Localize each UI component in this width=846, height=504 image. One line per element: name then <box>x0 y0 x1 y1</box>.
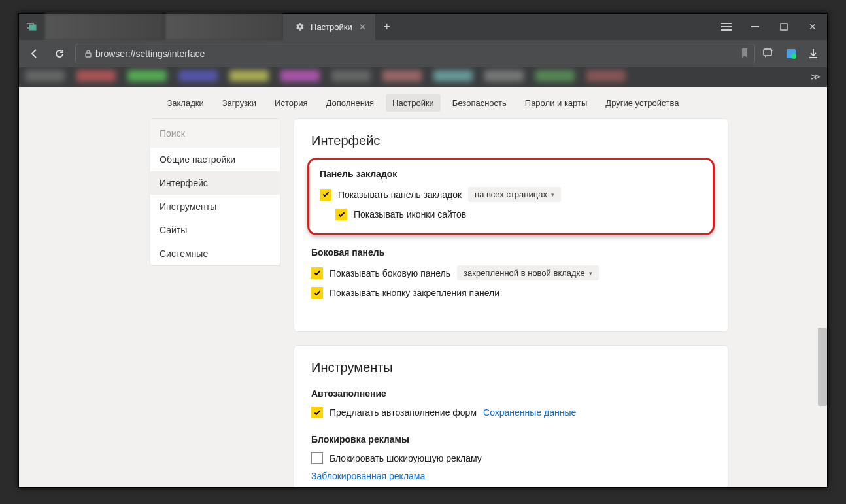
sidebar-item-system[interactable]: Системные <box>150 242 280 265</box>
dropdown-bookmarks-where[interactable]: на всех страницах ▾ <box>468 187 561 202</box>
label-show-side-panel: Показывать боковую панель <box>330 268 450 278</box>
checkbox-suggest-autofill[interactable] <box>311 407 323 418</box>
checkbox-show-bookmarks-panel[interactable] <box>320 189 331 201</box>
sidebar-item-general[interactable]: Общие настройки <box>150 148 280 171</box>
content-area: Закладки Загрузки История Дополнения Нас… <box>19 87 827 487</box>
settings-main: Поиск Общие настройки Интерфейс Инструме… <box>19 118 827 487</box>
back-button[interactable] <box>25 44 44 63</box>
topnav-settings[interactable]: Настройки <box>386 94 441 112</box>
gear-icon <box>294 20 307 33</box>
label-block-shocking: Блокировать шокирующую рекламу <box>330 453 482 463</box>
group-autofill: Автозаполнение Предлагать автозаполнение… <box>311 388 711 418</box>
group-adblock: Блокировка рекламы Блокировать шокирующу… <box>311 434 711 481</box>
checkbox-show-side-panel[interactable] <box>311 267 323 279</box>
checkbox-show-site-icons[interactable] <box>335 209 347 220</box>
settings-panels: Интерфейс Панель закладок Показывать пан… <box>294 118 728 487</box>
label-show-bookmarks-panel: Показывать панель закладок <box>338 190 462 200</box>
bookmarks-panel-heading: Панель закладок <box>320 169 702 179</box>
highlight-bookmarks-panel: Панель закладок Показывать панель заклад… <box>307 158 715 235</box>
svg-rect-3 <box>721 26 732 27</box>
close-button[interactable]: ✕ <box>798 14 827 40</box>
label-suggest-autofill: Предлагать автозаполнение форм <box>330 407 477 418</box>
topnav-security[interactable]: Безопасность <box>446 94 513 112</box>
sidebar-item-tools[interactable]: Инструменты <box>150 195 280 218</box>
scrollbar-thumb[interactable] <box>818 328 827 406</box>
topnav-passwords[interactable]: Пароли и карты <box>518 94 594 112</box>
address-bar[interactable]: browser://settings/interface <box>75 44 755 63</box>
panel-interface: Интерфейс Панель закладок Показывать пан… <box>294 118 728 332</box>
toolbar-right: + <box>762 46 821 61</box>
browser-window: Настройки ✕ + ✕ browse <box>18 13 828 488</box>
bookmarks-overflow-icon[interactable]: ≫ <box>811 71 821 82</box>
svg-rect-5 <box>751 26 759 27</box>
panel-interface-title: Интерфейс <box>311 133 711 148</box>
svg-rect-7 <box>86 53 91 57</box>
chevron-down-icon: ▾ <box>589 270 592 277</box>
adblock-heading: Блокировка рекламы <box>311 434 711 445</box>
tab-settings[interactable]: Настройки ✕ <box>283 14 375 40</box>
row-block-shocking: Блокировать шокирующую рекламу <box>311 452 711 464</box>
row-show-bookmarks-panel: Показывать панель закладок на всех стран… <box>320 187 702 202</box>
row-show-pin-button: Показывать кнопку закрепления панели <box>311 287 711 299</box>
search-placeholder: Поиск <box>160 128 185 139</box>
sidebar-search[interactable]: Поиск <box>150 119 280 148</box>
sidebar-item-sites[interactable]: Сайты <box>150 218 280 242</box>
menu-icon[interactable] <box>712 14 741 40</box>
reload-button[interactable] <box>50 44 69 63</box>
topnav-addons[interactable]: Дополнения <box>319 94 381 112</box>
tab-inactive-1[interactable] <box>45 14 163 40</box>
bookmarks-bar[interactable]: ≫ <box>19 67 827 87</box>
panel-tools: Инструменты Автозаполнение Предлагать ав… <box>294 345 728 487</box>
tab-close-icon[interactable]: ✕ <box>359 22 366 32</box>
svg-point-11 <box>791 54 796 59</box>
settings-sidebar: Поиск Общие настройки Интерфейс Инструме… <box>150 118 280 266</box>
minimize-button[interactable] <box>741 14 770 40</box>
svg-text:+: + <box>770 48 773 54</box>
tab-inactive-2[interactable] <box>165 14 283 40</box>
svg-rect-6 <box>781 24 787 30</box>
label-show-site-icons: Показывать иконки сайтов <box>354 209 466 220</box>
dropdown-side-panel-mode[interactable]: закрепленной в новой вкладке ▾ <box>457 265 599 280</box>
checkbox-show-pin-button[interactable] <box>311 287 323 299</box>
autofill-heading: Автозаполнение <box>311 388 711 399</box>
row-show-site-icons: Показывать иконки сайтов <box>335 209 702 220</box>
titlebar: Настройки ✕ + ✕ <box>19 14 827 40</box>
extension-icon[interactable] <box>784 46 798 61</box>
chevron-down-icon: ▾ <box>551 192 554 198</box>
row-show-side-panel: Показывать боковую панель закрепленной в… <box>311 265 711 280</box>
topnav-history[interactable]: История <box>268 94 314 112</box>
row-suggest-autofill: Предлагать автозаполнение форм Сохраненн… <box>311 407 711 418</box>
settings-topnav: Закладки Загрузки История Дополнения Нас… <box>19 87 827 118</box>
panel-tools-title: Инструменты <box>311 360 711 375</box>
tab-label: Настройки <box>311 22 352 32</box>
downloads-icon[interactable] <box>806 46 821 61</box>
link-blocked-ads[interactable]: Заблокированная реклама <box>311 471 425 481</box>
row-blocked-link: Заблокированная реклама <box>311 471 711 481</box>
window-list-icon[interactable] <box>25 20 39 33</box>
new-tab-button[interactable]: + <box>375 20 399 34</box>
url-text: browser://settings/interface <box>95 48 740 59</box>
navbar: browser://settings/interface + <box>19 40 827 67</box>
svg-rect-4 <box>721 29 732 31</box>
label-show-pin-button: Показывать кнопку закрепления панели <box>330 288 499 298</box>
checkbox-block-shocking[interactable] <box>311 452 323 464</box>
svg-rect-1 <box>29 25 36 30</box>
topnav-devices[interactable]: Другие устройства <box>599 94 685 112</box>
lock-icon <box>81 49 95 58</box>
side-panel-heading: Боковая панель <box>311 247 711 258</box>
feedback-icon[interactable]: + <box>762 46 776 61</box>
bookmark-flag-icon[interactable] <box>740 48 749 60</box>
topnav-bookmarks[interactable]: Закладки <box>160 94 210 112</box>
link-saved-data[interactable]: Сохраненные данные <box>483 407 576 418</box>
maximize-button[interactable] <box>770 14 798 40</box>
group-side-panel: Боковая панель Показывать боковую панель… <box>311 247 711 299</box>
svg-rect-2 <box>721 23 732 24</box>
sidebar-item-interface[interactable]: Интерфейс <box>150 171 280 195</box>
topnav-downloads[interactable]: Загрузки <box>216 94 263 112</box>
